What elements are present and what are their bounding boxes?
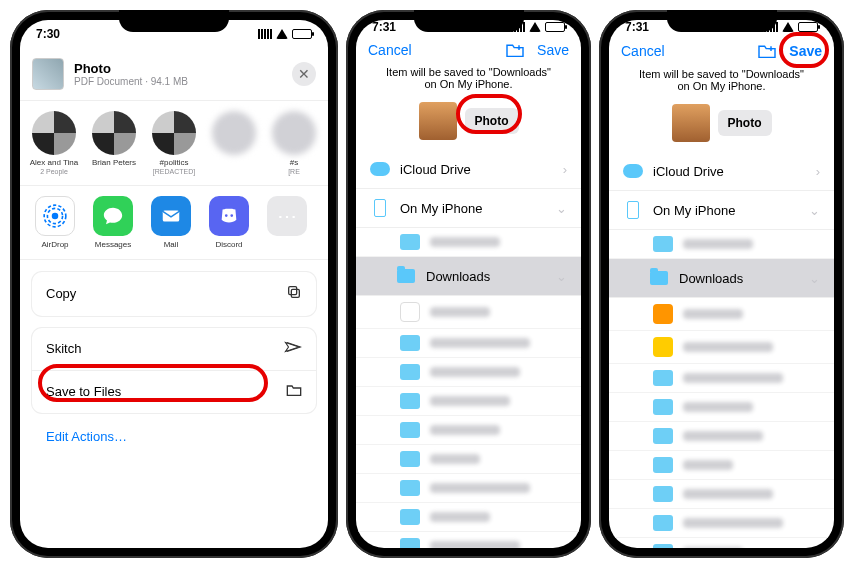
folder-item[interactable] [609, 538, 834, 548]
signal-icon [258, 29, 272, 39]
edit-actions-link[interactable]: Edit Actions… [32, 425, 316, 448]
mail-app[interactable]: Mail [148, 196, 194, 249]
status-time: 7:31 [372, 20, 396, 34]
close-button[interactable]: ✕ [292, 62, 316, 86]
status-time: 7:30 [36, 27, 60, 41]
location-list: iCloud Drive › On My iPhone ⌄ Downloads … [356, 150, 581, 548]
notch [667, 10, 777, 32]
cancel-button[interactable]: Cancel [368, 42, 412, 58]
contact-item[interactable]: #politics [REDACTED] [148, 111, 200, 175]
folder-item[interactable] [609, 509, 834, 538]
folder-item[interactable] [356, 445, 581, 474]
folder-item[interactable] [356, 228, 581, 257]
folder-item[interactable] [609, 451, 834, 480]
folder-item[interactable] [609, 480, 834, 509]
icloud-drive-location[interactable]: iCloud Drive › [609, 152, 834, 191]
folder-item[interactable] [609, 393, 834, 422]
save-info: Item will be saved to "Downloads" on On … [356, 66, 581, 98]
phone-3: 7:31 Cancel Save Item will be saved to "… [599, 10, 844, 558]
downloads-folder[interactable]: Downloads ⌄ [356, 257, 581, 296]
chevron-down-icon: ⌄ [556, 269, 567, 284]
wifi-icon [276, 29, 288, 39]
svg-point-0 [52, 213, 59, 220]
cloud-icon [370, 162, 390, 176]
new-folder-icon[interactable] [505, 42, 525, 58]
contacts-row: Alex and Tina 2 People Brian Peters #pol… [20, 101, 328, 185]
downloads-folder[interactable]: Downloads ⌄ [609, 259, 834, 298]
skitch-action[interactable]: Skitch [32, 328, 316, 371]
wifi-icon [782, 22, 794, 32]
svg-rect-4 [291, 289, 299, 297]
folder-item[interactable] [609, 364, 834, 393]
phone-1: 7:30 Photo PDF Document · 94.1 MB ✕ Alex… [10, 10, 338, 558]
folder-item[interactable] [609, 422, 834, 451]
folder-item[interactable] [609, 331, 834, 364]
contact-item[interactable]: #s [RE [268, 111, 320, 175]
chevron-right-icon: › [563, 162, 567, 177]
battery-icon [292, 29, 312, 39]
svg-rect-3 [163, 210, 180, 221]
contact-item[interactable] [208, 111, 260, 175]
filename-input[interactable]: Photo [465, 108, 519, 134]
folder-item[interactable] [356, 503, 581, 532]
discord-app[interactable]: Discord [206, 196, 252, 249]
folder-item[interactable] [609, 230, 834, 259]
folder-item[interactable] [356, 296, 581, 329]
save-info: Item will be saved to "Downloads" on On … [609, 68, 834, 100]
folder-item[interactable] [609, 298, 834, 331]
notch [414, 10, 524, 32]
battery-icon [545, 22, 565, 32]
save-button[interactable]: Save [789, 43, 822, 59]
location-list: iCloud Drive › On My iPhone ⌄ Downloads … [609, 152, 834, 548]
share-sheet-header: Photo PDF Document · 94.1 MB ✕ [20, 48, 328, 101]
contact-item[interactable]: Brian Peters [88, 111, 140, 175]
svg-rect-5 [289, 286, 297, 294]
filename-input[interactable]: Photo [718, 110, 772, 136]
folder-icon [650, 271, 668, 285]
airdrop-app[interactable]: AirDrop [32, 196, 78, 249]
airdrop-icon [35, 196, 75, 236]
phone-2: 7:31 Cancel Save Item will be saved to "… [346, 10, 591, 558]
notch [119, 10, 229, 32]
apps-row: AirDrop Messages Mail Discord [20, 185, 328, 260]
more-apps[interactable]: ⋯ [264, 196, 310, 249]
contact-item[interactable]: Alex and Tina 2 People [28, 111, 80, 175]
skitch-icon [284, 340, 302, 358]
copy-icon [286, 284, 302, 304]
phone-icon [374, 199, 386, 217]
cloud-icon [623, 164, 643, 178]
folder-item[interactable] [356, 329, 581, 358]
folder-item[interactable] [356, 387, 581, 416]
status-time: 7:31 [625, 20, 649, 34]
folder-item[interactable] [356, 416, 581, 445]
folder-item[interactable] [356, 358, 581, 387]
messages-app[interactable]: Messages [90, 196, 136, 249]
chevron-down-icon: ⌄ [809, 271, 820, 286]
folder-icon [397, 269, 415, 283]
phone-icon [627, 201, 639, 219]
folder-item[interactable] [356, 474, 581, 503]
save-to-files-action[interactable]: Save to Files [32, 371, 316, 413]
messages-icon [93, 196, 133, 236]
icloud-drive-location[interactable]: iCloud Drive › [356, 150, 581, 189]
folder-item[interactable] [356, 532, 581, 548]
on-my-iphone-location[interactable]: On My iPhone ⌄ [609, 191, 834, 230]
file-thumbnail [672, 104, 710, 142]
save-button[interactable]: Save [537, 42, 569, 58]
folder-icon [286, 383, 302, 401]
discord-icon [209, 196, 249, 236]
more-icon: ⋯ [267, 196, 307, 236]
file-subtitle: PDF Document · 94.1 MB [74, 76, 282, 87]
copy-action[interactable]: Copy [32, 272, 316, 316]
file-thumbnail [32, 58, 64, 90]
cancel-button[interactable]: Cancel [621, 43, 665, 59]
chevron-down-icon: ⌄ [556, 201, 567, 216]
chevron-down-icon: ⌄ [809, 203, 820, 218]
wifi-icon [529, 22, 541, 32]
mail-icon [151, 196, 191, 236]
file-title: Photo [74, 61, 282, 76]
file-thumbnail [419, 102, 457, 140]
on-my-iphone-location[interactable]: On My iPhone ⌄ [356, 189, 581, 228]
new-folder-icon[interactable] [757, 43, 777, 59]
battery-icon [798, 22, 818, 32]
